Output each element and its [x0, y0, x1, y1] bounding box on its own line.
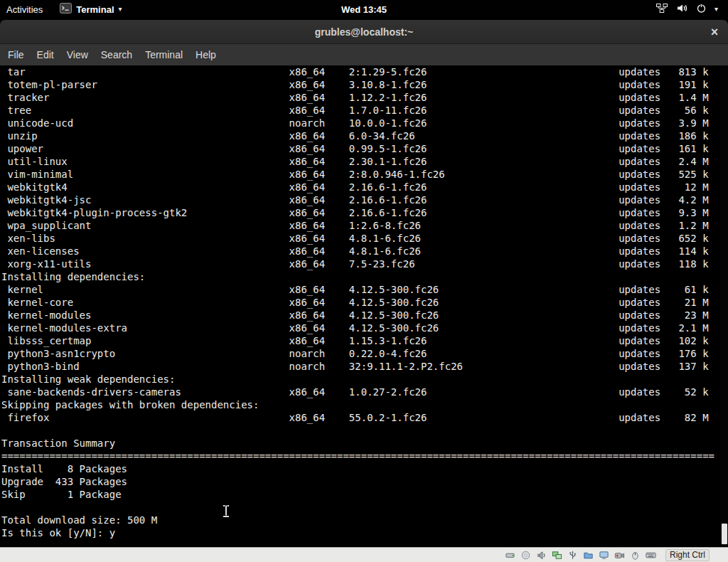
keyboard-icon[interactable] — [646, 549, 657, 561]
chevron-down-icon: ▾ — [119, 6, 122, 13]
mouse-integration-icon[interactable] — [630, 549, 641, 561]
usb-icon[interactable] — [567, 549, 579, 561]
menu-item-help[interactable]: Help — [189, 46, 223, 64]
gnome-top-bar: Activities Terminal ▾ Wed 13:45 — [0, 0, 728, 18]
display-icon[interactable] — [599, 549, 610, 561]
network-adapter-icon[interactable] — [552, 549, 563, 561]
system-menu-button[interactable]: ▾ — [646, 0, 728, 18]
virtualbox-status-bar: Right Ctrl — [0, 547, 728, 562]
clock[interactable]: Wed 13:45 — [341, 4, 387, 15]
activities-button[interactable]: Activities — [0, 0, 51, 18]
volume-icon — [676, 3, 688, 16]
app-menu-button[interactable]: Terminal ▾ — [51, 0, 130, 18]
window-title: grubles@localhost:~ — [315, 26, 414, 38]
audio-icon[interactable] — [536, 549, 547, 561]
window-titlebar[interactable]: grubles@localhost:~ × — [0, 20, 728, 44]
video-capture-icon[interactable] — [614, 549, 626, 561]
scrollbar[interactable] — [720, 65, 728, 547]
terminal-menubar: FileEditViewSearchTerminalHelp — [0, 44, 728, 65]
terminal-viewport[interactable]: tar x86_64 2:1.29-5.fc26 updates 813 k t… — [0, 65, 728, 547]
optical-disc-icon[interactable] — [520, 549, 532, 561]
app-menu-label: Terminal — [76, 4, 114, 15]
virtualbox-guest-screen: Activities Terminal ▾ Wed 13:45 — [0, 0, 728, 562]
menu-item-search[interactable]: Search — [95, 46, 139, 64]
host-key-indicator: Right Ctrl — [665, 549, 710, 561]
menu-item-view[interactable]: View — [60, 46, 95, 64]
power-icon — [696, 3, 707, 16]
shared-folders-icon[interactable] — [583, 549, 594, 561]
terminal-output[interactable]: tar x86_64 2:1.29-5.fc26 updates 813 k t… — [0, 65, 728, 539]
network-icon — [655, 3, 668, 16]
menu-item-terminal[interactable]: Terminal — [139, 46, 189, 64]
terminal-app-icon — [60, 3, 72, 16]
menu-item-edit[interactable]: Edit — [31, 46, 60, 64]
mouse-cursor-ibeam — [223, 505, 230, 517]
scrollbar-thumb[interactable] — [722, 524, 727, 544]
close-icon[interactable]: × — [706, 23, 723, 41]
hdd-icon[interactable] — [505, 549, 516, 561]
chevron-down-icon: ▾ — [714, 6, 718, 13]
menu-item-file[interactable]: File — [1, 46, 31, 64]
